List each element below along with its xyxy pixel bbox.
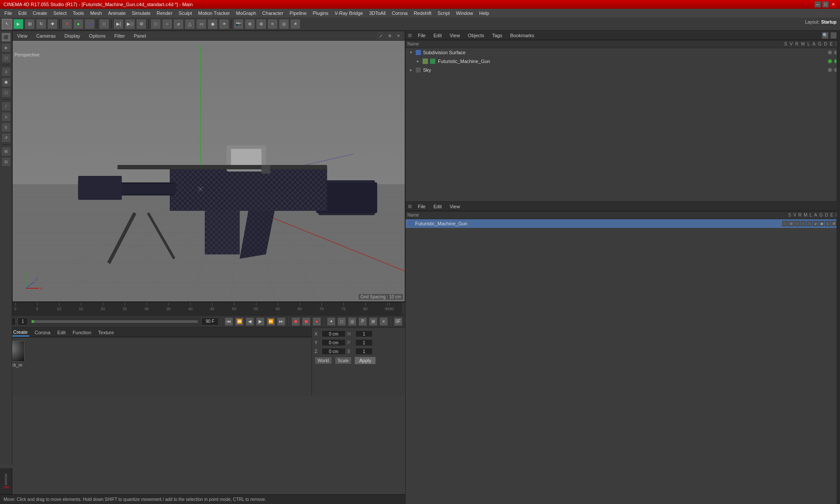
- tool-deformer[interactable]: ⬡: [1, 88, 11, 98]
- tool-spline[interactable]: ⟠: [1, 67, 11, 77]
- motion-mode-4[interactable]: P: [358, 317, 367, 326]
- maximize-button[interactable]: □: [822, 1, 829, 7]
- tool-obj[interactable]: □: [99, 19, 109, 29]
- menu-corona[interactable]: Corona: [389, 10, 410, 17]
- vp-settings-icon[interactable]: ⚙: [386, 32, 393, 39]
- stop-button[interactable]: ⏹: [302, 317, 311, 326]
- mat-tab-texture[interactable]: Texture: [96, 329, 116, 336]
- vp-menu-filter[interactable]: Filter: [112, 33, 126, 38]
- go-to-end-button[interactable]: ⏭: [277, 317, 286, 326]
- h-value-input[interactable]: [355, 330, 373, 337]
- attr-menu-view[interactable]: View: [448, 204, 462, 209]
- scrubber-bar[interactable]: [32, 320, 198, 323]
- mat-tab-create[interactable]: Create: [11, 329, 29, 336]
- tool-select[interactable]: ↖: [2, 19, 12, 29]
- expand-subdivision[interactable]: ▼: [409, 50, 413, 55]
- scrubber-handle[interactable]: [32, 320, 34, 323]
- autokey-button[interactable]: ●: [312, 317, 321, 326]
- tool-knife[interactable]: ⚔: [1, 112, 11, 122]
- motion-mode-3[interactable]: ◎: [348, 317, 357, 326]
- vp-menu-panel[interactable]: Panel: [132, 33, 148, 38]
- menu-mesh[interactable]: Mesh: [88, 10, 105, 17]
- record-button[interactable]: ⏺: [291, 317, 300, 326]
- tool-more3[interactable]: ◎: [279, 19, 289, 29]
- motion-mode-6[interactable]: ≡: [379, 317, 388, 326]
- mat-tab-corona[interactable]: Corona: [33, 329, 52, 336]
- tool-move[interactable]: ▶: [13, 19, 24, 29]
- tool-render-settings[interactable]: ⚙: [136, 19, 147, 29]
- frame-step-input[interactable]: [18, 318, 28, 326]
- play-forward-button[interactable]: ▶: [256, 317, 265, 326]
- right-scrollbar[interactable]: [836, 31, 840, 504]
- b-value-input[interactable]: [355, 348, 373, 355]
- vp-menu-cameras[interactable]: Cameras: [35, 33, 58, 38]
- tool-z[interactable]: ●: [84, 19, 95, 29]
- menu-3dtoall[interactable]: 3DToAll: [367, 10, 388, 17]
- apply-button[interactable]: Apply: [354, 357, 376, 364]
- tool-generator[interactable]: ⬢: [1, 77, 11, 87]
- layout-name[interactable]: Startup: [821, 20, 836, 24]
- x-position-input[interactable]: [322, 330, 346, 337]
- expand-machine-gun[interactable]: ►: [416, 59, 420, 63]
- obj-menu-file[interactable]: File: [416, 33, 427, 38]
- tool-magnet[interactable]: S: [1, 122, 11, 132]
- tool-edge-mode[interactable]: ◈: [1, 43, 11, 52]
- vp-expand-icon[interactable]: ⤢: [378, 32, 385, 39]
- tool-cone[interactable]: △: [185, 19, 195, 29]
- scale-mode-button[interactable]: Scale: [335, 357, 352, 364]
- tool-more4[interactable]: ☀: [290, 19, 301, 29]
- z-position-input[interactable]: [322, 348, 346, 355]
- tool-poly-mode[interactable]: ⬡: [1, 53, 11, 63]
- tool-paint[interactable]: ⊟: [1, 157, 11, 167]
- tool-rotate[interactable]: ↻: [36, 19, 46, 29]
- motion-mode-2[interactable]: □: [337, 317, 346, 326]
- menu-window[interactable]: Window: [453, 10, 476, 17]
- menu-character[interactable]: Character: [259, 10, 286, 17]
- minimize-button[interactable]: ─: [815, 1, 821, 7]
- menu-plugins[interactable]: Plugins: [310, 10, 331, 17]
- vp-menu-options[interactable]: Options: [87, 33, 107, 38]
- menu-select[interactable]: Select: [51, 10, 70, 17]
- motion-mode-5[interactable]: ⊞: [369, 317, 378, 326]
- obj-row-machine-gun[interactable]: ► Futuristic_Machine_Gun: [406, 57, 840, 66]
- attr-menu-file[interactable]: File: [416, 204, 427, 209]
- search-icon[interactable]: 🔍: [822, 32, 829, 39]
- vp-close-icon[interactable]: ✕: [395, 32, 402, 39]
- y-position-input[interactable]: [322, 339, 346, 346]
- tool-sphere[interactable]: ○: [162, 19, 172, 29]
- menu-animate[interactable]: Animate: [105, 10, 128, 17]
- menu-edit[interactable]: Edit: [16, 10, 29, 17]
- tool-scale[interactable]: ⊞: [24, 19, 35, 29]
- tool-render-preview[interactable]: ▶|: [113, 19, 124, 29]
- menu-pipeline[interactable]: Pipeline: [287, 10, 309, 17]
- attr-menu-edit[interactable]: Edit: [432, 204, 444, 209]
- tool-brush[interactable]: ⊞: [1, 147, 11, 156]
- vp-menu-display[interactable]: Display: [63, 33, 82, 38]
- tool-plane[interactable]: ▭: [196, 19, 206, 29]
- tool-target[interactable]: ⊕: [245, 19, 255, 29]
- menu-sculpt[interactable]: Sculpt: [176, 10, 195, 17]
- tool-more1[interactable]: ⊗: [256, 19, 266, 29]
- tool-render-region[interactable]: ▶□: [125, 19, 135, 29]
- menu-simulate[interactable]: Simulate: [129, 10, 153, 17]
- menu-redshift[interactable]: Redshift: [411, 10, 434, 17]
- tool-material[interactable]: ◉: [207, 19, 218, 29]
- attr-row-machine-gun[interactable]: Futuristic_Machine_Gun ⊙ ↙ ◉ - ✕: [406, 219, 840, 228]
- tool-y[interactable]: ●: [73, 19, 84, 29]
- tool-object-mode[interactable]: ⬛: [1, 32, 11, 42]
- close-button[interactable]: ✕: [830, 1, 836, 7]
- total-frames-input[interactable]: [201, 318, 219, 326]
- motion-mode-1[interactable]: ✦: [327, 317, 336, 326]
- p-value-input[interactable]: [355, 339, 373, 346]
- step-forward-button[interactable]: ⏩: [266, 317, 275, 326]
- mat-tab-edit[interactable]: Edit: [56, 329, 67, 336]
- tool-twist[interactable]: ↺: [1, 133, 11, 143]
- menu-script[interactable]: Script: [435, 10, 452, 17]
- menu-file[interactable]: File: [2, 10, 15, 17]
- tool-transform[interactable]: ✚: [47, 19, 58, 29]
- obj-menu-objects[interactable]: Objects: [466, 33, 486, 38]
- tool-cube[interactable]: □: [150, 19, 161, 29]
- menu-tools[interactable]: Tools: [70, 10, 87, 17]
- go-to-start-button[interactable]: ⏮: [224, 317, 233, 326]
- tool-pen[interactable]: /: [1, 102, 11, 111]
